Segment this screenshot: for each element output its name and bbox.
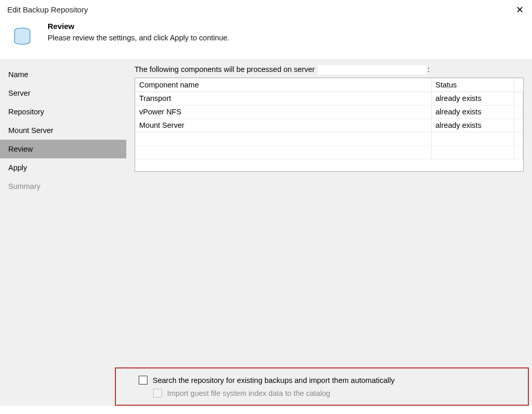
column-header-status[interactable]: Status <box>431 78 514 92</box>
column-gutter <box>514 78 523 92</box>
checkbox-icon[interactable] <box>139 376 147 385</box>
cell-component-name: Mount Server <box>135 119 431 132</box>
wizard-steps: Name Server Repository Mount Server Revi… <box>0 59 126 406</box>
import-options-panel: Search the repository for existing backu… <box>115 367 529 406</box>
checkbox-icon <box>153 389 162 397</box>
step-repository[interactable]: Repository <box>0 102 126 121</box>
table-row <box>135 132 523 145</box>
close-icon[interactable]: ✕ <box>514 5 526 14</box>
table-row[interactable]: Transport already exists <box>135 92 523 105</box>
step-server[interactable]: Server <box>0 84 126 102</box>
table-row[interactable]: Mount Server already exists <box>135 119 523 132</box>
cell-status: already exists <box>431 119 514 132</box>
wizard-header: Review Please review the settings, and c… <box>0 18 532 59</box>
table-row[interactable]: vPower NFS already exists <box>135 105 523 119</box>
step-apply[interactable]: Apply <box>0 158 126 177</box>
column-header-name[interactable]: Component name <box>135 78 431 92</box>
window-title: Edit Backup Repository <box>7 5 88 14</box>
intro-text: The following components will be process… <box>135 65 524 75</box>
cell-component-name: Transport <box>135 92 431 105</box>
step-name[interactable]: Name <box>0 65 126 84</box>
step-mount-server[interactable]: Mount Server <box>0 121 126 140</box>
page-title: Review <box>48 22 229 31</box>
cell-status: already exists <box>431 92 514 105</box>
import-index-label: Import guest file system index data to t… <box>167 389 330 397</box>
step-review[interactable]: Review <box>0 140 126 158</box>
components-table: Component name Status Transport already … <box>135 78 524 172</box>
search-repository-checkbox[interactable]: Search the repository for existing backu… <box>139 376 519 385</box>
server-name-field <box>318 65 426 75</box>
step-summary: Summary <box>0 177 126 196</box>
search-repository-label: Search the repository for existing backu… <box>153 376 394 385</box>
cell-component-name: vPower NFS <box>135 105 431 119</box>
page-subtitle: Please review the settings, and click Ap… <box>48 34 229 42</box>
cell-status: already exists <box>431 105 514 119</box>
repository-icon <box>11 25 33 47</box>
import-index-checkbox: Import guest file system index data to t… <box>153 389 519 397</box>
table-row <box>135 145 523 159</box>
